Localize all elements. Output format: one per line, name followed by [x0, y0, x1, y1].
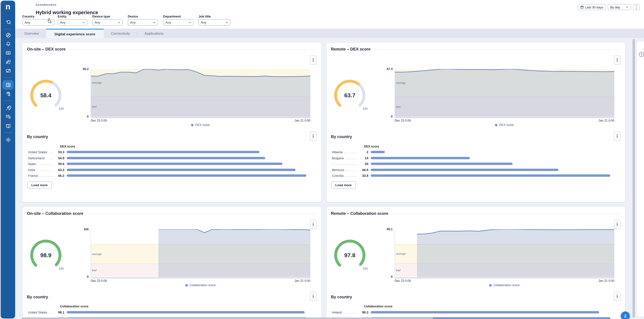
- chevron-down-icon: [188, 21, 191, 24]
- score-value: 20: [360, 162, 368, 166]
- table-row[interactable]: Spain59.6: [28, 162, 306, 165]
- kebab-icon: [313, 295, 314, 298]
- card-remote-dex-score: Remote – DEX score 63.7 100 67.3 0 avera…: [326, 43, 625, 202]
- device-screen-icon[interactable]: [4, 67, 12, 74]
- sidebar: n: [1, 1, 15, 319]
- search-icon[interactable]: [4, 18, 12, 26]
- x-axis-end: Jan 21 0:00: [294, 279, 310, 283]
- header-controls: Last 30 days By day: [578, 4, 640, 10]
- table-row[interactable]: India63.2: [28, 168, 306, 171]
- table-row[interactable]: Bulgaria14: [332, 156, 610, 159]
- table-row[interactable]: United States53.3: [28, 150, 306, 154]
- table-row[interactable]: Ireland90.3: [332, 311, 610, 314]
- widget-menu-button[interactable]: [310, 132, 316, 141]
- dashboards-icon[interactable]: [4, 81, 12, 88]
- widget-menu-button[interactable]: [614, 55, 620, 65]
- collaboration-score-gauge: 98.9 100: [26, 237, 66, 272]
- country-label: United States: [28, 311, 47, 314]
- header-menu-button[interactable]: [633, 4, 640, 10]
- filter-entity: Entity Any: [58, 14, 87, 25]
- tab-overview[interactable]: Overview: [17, 29, 46, 38]
- table-row[interactable]: United States98.1: [28, 311, 306, 314]
- filter-department: Department Any: [163, 14, 194, 25]
- score-value: 54.9: [56, 156, 64, 160]
- widget-title: Remote – DEX score: [331, 47, 370, 51]
- table-row[interactable]: Switzerland54.9: [28, 156, 306, 159]
- nexthink-logo[interactable]: n: [1, 2, 15, 11]
- filter-job-title: Job title Any: [198, 14, 230, 25]
- granularity-select[interactable]: By day: [608, 4, 631, 10]
- job-title-select[interactable]: Any: [198, 19, 230, 25]
- bar-track: [67, 157, 306, 159]
- legend-label: Collaboration score: [190, 284, 216, 287]
- by-country-title: By country: [331, 295, 352, 299]
- tab-applications[interactable]: Applications: [138, 29, 171, 38]
- trend-chart[interactable]: averagebad: [394, 229, 614, 279]
- country-label: -: [332, 162, 333, 166]
- dotted-leader: [48, 311, 52, 314]
- score-value: 26.5: [360, 168, 368, 172]
- sidebar-divider: [4, 78, 12, 78]
- sidebar-divider: [4, 133, 12, 133]
- table-row[interactable]: Albania2: [332, 150, 610, 154]
- filter-label: Department: [163, 14, 194, 18]
- score-value: 66.2: [56, 174, 64, 177]
- widget-menu-button[interactable]: [614, 132, 620, 141]
- country-label: United States: [28, 150, 47, 154]
- y-axis-min: 0: [376, 115, 392, 118]
- settings-gear-icon[interactable]: [4, 136, 12, 143]
- table-row[interactable]: Morocco26.5: [332, 168, 610, 171]
- trend-chart-svg: averagebad: [91, 69, 310, 118]
- legend-swatch-icon: [495, 124, 498, 126]
- bar-track: [371, 163, 610, 165]
- chat-notification-badge[interactable]: 2: [621, 312, 630, 319]
- feedback-icon[interactable]: [4, 113, 12, 120]
- dotted-leader: [36, 169, 52, 171]
- tab-digital-experience-score[interactable]: Digital experience score: [46, 29, 104, 38]
- country-label: Ireland: [332, 311, 342, 314]
- device-select[interactable]: Any: [128, 19, 158, 25]
- filter-device: Device Any: [128, 14, 158, 25]
- vertical-scrollbar[interactable]: [632, 39, 635, 318]
- widget-menu-button[interactable]: [310, 220, 316, 229]
- trend-chart[interactable]: averagebad: [91, 69, 310, 118]
- widget-menu-button[interactable]: [310, 292, 316, 301]
- horizontal-scrollbar[interactable]: [22, 318, 433, 319]
- load-more-button[interactable]: Load more: [27, 181, 52, 189]
- card-remote-collaboration-score: Remote – Collaboration score 97.8 100 99…: [326, 207, 625, 319]
- trend-chart[interactable]: averagebad: [91, 229, 310, 279]
- load-more-button[interactable]: Load more: [331, 181, 356, 189]
- filter-device-type: Device type Any: [92, 14, 123, 25]
- bar-track: [67, 311, 306, 314]
- filter-label: Entity: [58, 14, 87, 18]
- device-type-select[interactable]: Any: [92, 19, 123, 25]
- dotted-leader: [344, 174, 356, 177]
- widget-title: On-site – DEX score: [27, 47, 66, 51]
- table-row[interactable]: Czechia33.8: [332, 174, 610, 177]
- library-icon[interactable]: [4, 122, 12, 130]
- kebab-icon: [636, 5, 636, 9]
- dotted-leader: [345, 157, 356, 159]
- help-icon[interactable]: ?: [639, 52, 644, 57]
- investigate-icon[interactable]: [4, 90, 12, 98]
- widget-menu-button[interactable]: [614, 220, 620, 229]
- by-country-title: By country: [27, 134, 48, 139]
- bar-track: [67, 174, 306, 177]
- time-range-button[interactable]: Last 30 days: [578, 4, 606, 10]
- entity-select[interactable]: Any: [58, 19, 87, 25]
- table-row[interactable]: -20: [332, 162, 610, 165]
- tab-connectivity[interactable]: Connectivity: [104, 29, 137, 38]
- table-row[interactable]: France66.2: [28, 174, 306, 177]
- rocket-icon[interactable]: [4, 104, 12, 111]
- trend-chart[interactable]: averagebad: [394, 69, 614, 118]
- monitor-pulse-icon[interactable]: [4, 49, 12, 56]
- bar-track: [371, 151, 610, 153]
- kebab-icon: [617, 134, 618, 138]
- bell-icon[interactable]: [4, 40, 12, 47]
- department-select[interactable]: Any: [163, 19, 194, 25]
- kebab-icon: [617, 58, 618, 62]
- widget-menu-button[interactable]: [310, 55, 316, 65]
- audience-icon[interactable]: [4, 58, 12, 66]
- widget-menu-button[interactable]: [614, 292, 620, 301]
- compass-icon[interactable]: [4, 31, 12, 39]
